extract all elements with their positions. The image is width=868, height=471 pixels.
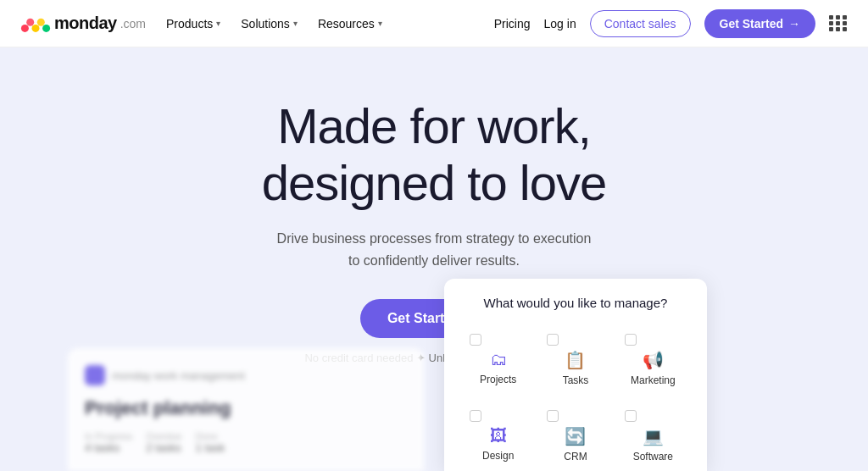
tasks-icon: 📋 [565,350,586,370]
marketing-checkbox[interactable] [625,334,637,346]
logo-name: monday [54,14,117,33]
software-checkbox[interactable] [625,410,637,422]
navbar-left: monday.com Products ▾ Solutions ▾ Resour… [20,14,382,33]
nav-solutions[interactable]: Solutions ▾ [241,17,298,30]
chevron-down-icon: ▾ [216,19,220,28]
hero-subtitle: Drive business processes from strategy t… [277,228,592,271]
hero-title: Made for work, designed to love [262,98,606,211]
projects-label: Projects [480,374,516,385]
nav-products[interactable]: Products ▾ [166,17,220,30]
crm-checkbox[interactable] [547,410,559,422]
design-checkbox[interactable] [470,410,481,422]
design-label: Design [482,450,514,462]
tasks-checkbox[interactable] [547,334,559,346]
marketing-label: Marketing [631,374,676,386]
option-tasks[interactable]: 📋 Tasks [538,325,612,395]
svg-point-4 [37,18,45,25]
crm-icon: 🔄 [565,426,586,446]
card-project-title: Project planning [85,397,407,419]
svg-point-2 [42,24,50,31]
logo[interactable]: monday.com [20,14,146,33]
navbar: monday.com Products ▾ Solutions ▾ Resour… [0,0,868,47]
navbar-right: Pricing Log in Contact sales Get Started… [494,9,848,38]
card-left-header: monday work management [85,365,407,385]
projects-icon: 🗂 [490,350,507,369]
login-link[interactable]: Log in [544,17,576,30]
nav-resources[interactable]: Resources ▾ [318,17,382,30]
svg-point-3 [26,18,34,25]
hero-section: Made for work, designed to love Drive bu… [0,47,868,471]
apps-grid-icon[interactable] [829,15,848,31]
monday-logo-dot [85,365,105,385]
card-left-preview: monday work management Project planning … [68,348,424,471]
marketing-icon: 📢 [643,350,664,370]
projects-checkbox[interactable] [470,334,481,346]
software-icon: 💻 [643,426,664,446]
card-stats: In Progress 4 tasks Overdue 2 tasks Done… [85,431,407,454]
manage-options-grid: 🗂 Projects 📋 Tasks 📢 Marketing 🖼 Des [461,325,690,471]
option-projects[interactable]: 🗂 Projects [461,325,535,395]
option-marketing[interactable]: 📢 Marketing [616,325,690,395]
chevron-down-icon: ▾ [378,19,382,28]
manage-card-title: What would you like to manage? [461,296,690,310]
get-started-nav-button[interactable]: Get Started → [704,9,815,38]
option-design[interactable]: 🖼 Design [461,402,535,471]
option-software[interactable]: 💻 Software [616,402,690,471]
option-crm[interactable]: 🔄 CRM [538,402,612,471]
logo-suffix: .com [120,17,146,30]
svg-point-1 [32,24,40,31]
pricing-link[interactable]: Pricing [494,17,531,30]
card-stat-1: Overdue 2 tasks [146,431,181,454]
design-icon: 🖼 [490,426,507,446]
contact-sales-button[interactable]: Contact sales [590,10,691,37]
crm-label: CRM [564,451,587,463]
hero-bottom-cards: monday work management Project planning … [0,279,868,471]
chevron-down-icon: ▾ [293,19,298,28]
card-app-label: monday work management [112,369,245,382]
software-label: Software [633,451,673,463]
manage-card: What would you like to manage? 🗂 Project… [444,279,707,471]
card-stat-0: In Progress 4 tasks [85,431,132,454]
card-stat-2: Done 1 task [195,431,225,454]
tasks-label: Tasks [563,374,589,386]
svg-point-0 [21,24,29,31]
